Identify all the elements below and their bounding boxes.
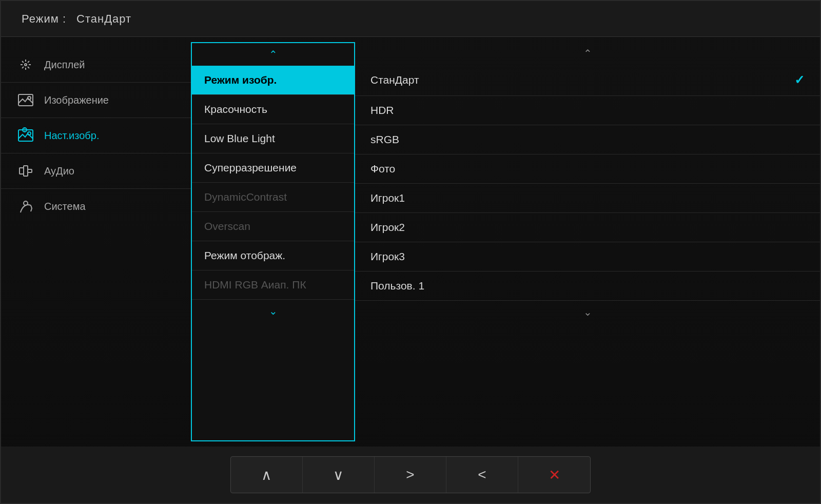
nav-up-button[interactable]: ∧ <box>231 457 303 493</box>
svg-line-5 <box>22 61 24 63</box>
right-item-hdr[interactable]: HDR <box>355 96 820 125</box>
right-item-user1[interactable]: Пользов. 1 <box>355 272 820 301</box>
nav-bar: ∧ ∨ > < ✕ <box>1 447 820 503</box>
image-icon <box>16 91 35 109</box>
menu-item-color[interactable]: Красочность <box>192 95 354 124</box>
nav-right-button[interactable]: > <box>375 457 446 493</box>
right-column: ⌃ СтанДарт ✓ HDR sRGB Фото Игрок1 Игрок2 <box>355 37 820 447</box>
menu-item-low-blue-light[interactable]: Low Blue Light <box>192 124 354 153</box>
nav-right-icon: > <box>406 467 414 483</box>
right-item-player3-label: Игрок3 <box>370 250 405 263</box>
svg-point-19 <box>24 201 28 205</box>
sidebar-item-audio[interactable]: АуДио <box>1 153 191 189</box>
nav-down-icon: ∨ <box>333 467 344 483</box>
audio-icon <box>16 162 35 180</box>
right-item-standard[interactable]: СтанДарт ✓ <box>355 65 820 96</box>
nav-close-button[interactable]: ✕ <box>518 457 590 493</box>
right-item-user1-label: Пользов. 1 <box>370 280 424 292</box>
display-icon <box>16 55 35 74</box>
menu-item-super-resolution[interactable]: Суперразрешение <box>192 153 354 183</box>
nav-down-button[interactable]: ∨ <box>303 457 375 493</box>
main-content: Дисплей Изображение <box>1 37 820 447</box>
nav-up-icon: ∧ <box>261 467 272 483</box>
svg-rect-18 <box>28 169 32 172</box>
right-item-player1-label: Игрок1 <box>370 192 405 204</box>
image-settings-icon <box>16 126 35 145</box>
system-icon <box>16 197 35 216</box>
right-item-srgb-label: sRGB <box>370 133 399 146</box>
svg-line-8 <box>22 67 24 68</box>
right-item-standard-label: СтанДарт <box>370 74 419 86</box>
sidebar-item-image[interactable]: Изображение <box>1 83 191 118</box>
right-item-srgb[interactable]: sRGB <box>355 125 820 154</box>
menu-item-hdmi-rgb: HDMI RGB Аиап. ПК <box>192 270 354 300</box>
sidebar-label-system: Система <box>44 201 86 212</box>
screen: Режим : СтанДарт <box>0 0 821 504</box>
svg-point-12 <box>28 132 31 135</box>
sidebar-item-system[interactable]: Система <box>1 189 191 224</box>
sidebar-item-display[interactable]: Дисплей <box>1 47 191 83</box>
right-item-hdr-label: HDR <box>370 104 394 117</box>
header-bar: Режим : СтанДарт <box>1 1 820 37</box>
mode-label: Режим : <box>22 12 66 26</box>
menu-item-picture-mode[interactable]: Режим изобр. <box>192 66 354 95</box>
svg-rect-16 <box>19 168 24 174</box>
menu-item-display-mode[interactable]: Режим отображ. <box>192 241 354 270</box>
right-item-player1[interactable]: Игрок1 <box>355 184 820 213</box>
svg-point-10 <box>28 96 31 100</box>
sidebar: Дисплей Изображение <box>1 37 191 447</box>
right-item-photo-label: Фото <box>370 163 395 175</box>
close-icon: ✕ <box>549 467 560 483</box>
right-scroll-up[interactable]: ⌃ <box>355 42 820 65</box>
right-item-player3[interactable]: Игрок3 <box>355 242 820 272</box>
right-item-player2-label: Игрок2 <box>370 221 405 234</box>
right-item-player2[interactable]: Игрок2 <box>355 213 820 242</box>
svg-line-7 <box>28 61 29 63</box>
svg-line-6 <box>28 67 29 68</box>
sidebar-label-audio: АуДио <box>44 165 74 177</box>
menu-item-overscan: Overscan <box>192 212 354 241</box>
nav-left-button[interactable]: < <box>446 457 518 493</box>
middle-column: ⌃ Режим изобр. Красочность Low Blue Ligh… <box>191 42 355 441</box>
sidebar-label-display: Дисплей <box>44 59 85 71</box>
svg-rect-17 <box>24 166 28 176</box>
right-item-photo[interactable]: Фото <box>355 154 820 184</box>
right-scroll-down[interactable]: ⌄ <box>355 301 820 323</box>
sidebar-label-image-settings: Наст.изобр. <box>44 130 99 142</box>
right-item-standard-check: ✓ <box>794 73 805 87</box>
middle-scroll-up[interactable]: ⌃ <box>192 43 354 66</box>
middle-scroll-down[interactable]: ⌄ <box>192 300 354 322</box>
mode-value: СтанДарт <box>76 12 131 26</box>
sidebar-item-image-settings[interactable]: Наст.изобр. <box>1 118 191 153</box>
nav-bar-inner: ∧ ∨ > < ✕ <box>230 456 591 493</box>
sidebar-label-image: Изображение <box>44 94 109 106</box>
menu-item-dynamic-contrast: DynamicContrast <box>192 183 354 212</box>
nav-left-icon: < <box>478 467 486 483</box>
svg-point-0 <box>25 64 27 66</box>
